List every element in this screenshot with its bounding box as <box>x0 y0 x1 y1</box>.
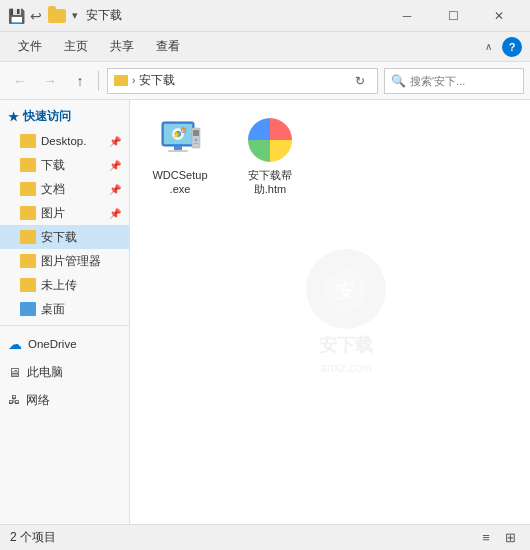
item-count: 2 个项目 <box>10 529 56 546</box>
sidebar-label-unuploaded: 未上传 <box>41 278 77 293</box>
menu-file[interactable]: 文件 <box>8 34 52 59</box>
sidebar-item-desktop[interactable]: Desktop. 📌 <box>0 129 129 153</box>
sidebar-item-pictures[interactable]: 图片 📌 <box>0 201 129 225</box>
back-button[interactable]: ← <box>6 67 34 95</box>
sidebar-label-network: 网络 <box>26 393 50 408</box>
sidebar-item-unuploaded[interactable]: 未上传 <box>0 273 129 297</box>
folder-icon-desktop <box>20 134 36 148</box>
sidebar-label-anxiazai: 安下载 <box>41 230 77 245</box>
star-icon: ★ <box>8 110 19 124</box>
sidebar-label-desktop: Desktop. <box>41 135 86 147</box>
help-button[interactable]: ? <box>502 37 522 57</box>
list-view-button[interactable]: ≡ <box>476 528 496 548</box>
folder-icon-unuploaded <box>20 278 36 292</box>
svg-rect-7 <box>168 150 188 152</box>
svg-rect-13 <box>194 143 198 144</box>
folder-icon-downloads <box>20 158 36 172</box>
folder-icon-pictures <box>20 206 36 220</box>
maximize-button[interactable]: ☐ <box>430 0 476 32</box>
menu-view[interactable]: 查看 <box>146 34 190 59</box>
pin-icon-desktop: 📌 <box>109 136 121 147</box>
pin-icon-downloads: 📌 <box>109 160 121 171</box>
folder-icon-documents <box>20 182 36 196</box>
menu-home[interactable]: 主页 <box>54 34 98 59</box>
htm-icon-container <box>246 116 294 164</box>
sidebar-item-network[interactable]: 🖧 网络 <box>0 386 129 414</box>
collapse-ribbon-button[interactable]: ∧ <box>478 37 498 57</box>
svg-rect-6 <box>174 146 182 150</box>
sidebar-label-downloads: 下载 <box>41 158 65 173</box>
watermark-sub: anxz.com <box>320 361 371 375</box>
file-item-exe[interactable]: ★ ⚙ WDCSetup.exe <box>140 110 220 203</box>
exe-file-icon: ★ ⚙ <box>158 118 202 162</box>
tile-view-button[interactable]: ⊞ <box>500 528 520 548</box>
sidebar-label-thispc: 此电脑 <box>27 365 63 380</box>
sidebar-label-picture-manager: 图片管理器 <box>41 254 101 269</box>
address-path: 安下载 <box>139 72 345 89</box>
folder-icon <box>48 9 66 23</box>
sidebar-item-documents[interactable]: 文档 📌 <box>0 177 129 201</box>
sidebar: ★ 快速访问 Desktop. 📌 下载 📌 文档 📌 图片 📌 安下载 <box>0 100 130 524</box>
network-icon: 🖧 <box>8 393 20 407</box>
quick-access-header[interactable]: ★ 快速访问 <box>0 104 129 129</box>
sidebar-item-onedrive[interactable]: ☁ OneDrive <box>0 330 129 358</box>
address-folder-icon <box>114 75 128 86</box>
sidebar-label-desktop2: 桌面 <box>41 302 65 317</box>
watermark-logo: 安 <box>306 249 386 329</box>
folder-icon-desktop2 <box>20 302 36 316</box>
exe-icon-container: ★ ⚙ <box>156 116 204 164</box>
address-bar[interactable]: › 安下载 ↻ <box>107 68 378 94</box>
files-grid: ★ ⚙ WDCSetup.exe 安下载帮助.htm <box>140 110 520 203</box>
title-bar-icons: 💾 ↩ ▾ <box>8 8 78 24</box>
refresh-button[interactable]: ↻ <box>349 70 371 92</box>
menu-bar: 文件 主页 共享 查看 ∧ ? <box>0 32 530 62</box>
svg-rect-11 <box>193 130 199 136</box>
title-dropdown-arrow[interactable]: ▾ <box>72 9 78 22</box>
sidebar-item-desktop2[interactable]: 桌面 <box>0 297 129 321</box>
sidebar-label-pictures: 图片 <box>41 206 65 221</box>
folder-icon-picture-manager <box>20 254 36 268</box>
window-controls: ─ ☐ ✕ <box>384 0 522 32</box>
forward-button[interactable]: → <box>36 67 64 95</box>
pc-icon: 🖥 <box>8 365 21 380</box>
pin-icon-documents: 📌 <box>109 184 121 195</box>
sidebar-label-documents: 文档 <box>41 182 65 197</box>
menu-collapse: ∧ ? <box>478 37 522 57</box>
file-label-htm: 安下载帮助.htm <box>248 168 292 197</box>
status-bar: 2 个项目 ≡ ⊞ <box>0 524 530 550</box>
title-bar: 💾 ↩ ▾ 安下载 ─ ☐ ✕ <box>0 0 530 32</box>
save-icon: 💾 <box>8 8 24 24</box>
quick-access-label: 快速访问 <box>23 108 71 125</box>
pin-icon-pictures: 📌 <box>109 208 121 219</box>
search-icon: 🔍 <box>391 74 406 88</box>
up-button[interactable]: ↑ <box>66 67 94 95</box>
minimize-button[interactable]: ─ <box>384 0 430 32</box>
search-input[interactable] <box>410 75 517 87</box>
sidebar-item-anxiazai[interactable]: 安下载 <box>0 225 129 249</box>
watermark-text: 安下载 <box>319 333 373 357</box>
htm-file-icon <box>248 118 292 162</box>
menu-share[interactable]: 共享 <box>100 34 144 59</box>
undo-icon: ↩ <box>28 8 44 24</box>
main-area: ★ 快速访问 Desktop. 📌 下载 📌 文档 📌 图片 📌 安下载 <box>0 100 530 524</box>
folder-icon-anxiazai <box>20 230 36 244</box>
window-title: 安下载 <box>86 7 384 24</box>
content-area: 安 安下载 anxz.com <box>130 100 530 524</box>
close-button[interactable]: ✕ <box>476 0 522 32</box>
sidebar-item-downloads[interactable]: 下载 📌 <box>0 153 129 177</box>
svg-point-12 <box>195 139 198 142</box>
sidebar-divider-1 <box>0 325 129 326</box>
cloud-icon: ☁ <box>8 336 22 352</box>
toolbar-separator <box>98 71 99 91</box>
file-item-htm[interactable]: 安下载帮助.htm <box>230 110 310 203</box>
breadcrumb-chevron: › <box>132 75 135 86</box>
sidebar-item-thispc[interactable]: 🖥 此电脑 <box>0 358 129 386</box>
view-controls: ≡ ⊞ <box>476 528 520 548</box>
sidebar-item-picture-manager[interactable]: 图片管理器 <box>0 249 129 273</box>
address-path-segment: 安下载 <box>139 72 175 89</box>
watermark: 安 安下载 anxz.com <box>306 249 386 375</box>
file-label-exe: WDCSetup.exe <box>152 168 207 197</box>
toolbar: ← → ↑ › 安下载 ↻ 🔍 <box>0 62 530 100</box>
search-bar[interactable]: 🔍 <box>384 68 524 94</box>
svg-text:安: 安 <box>337 281 355 301</box>
